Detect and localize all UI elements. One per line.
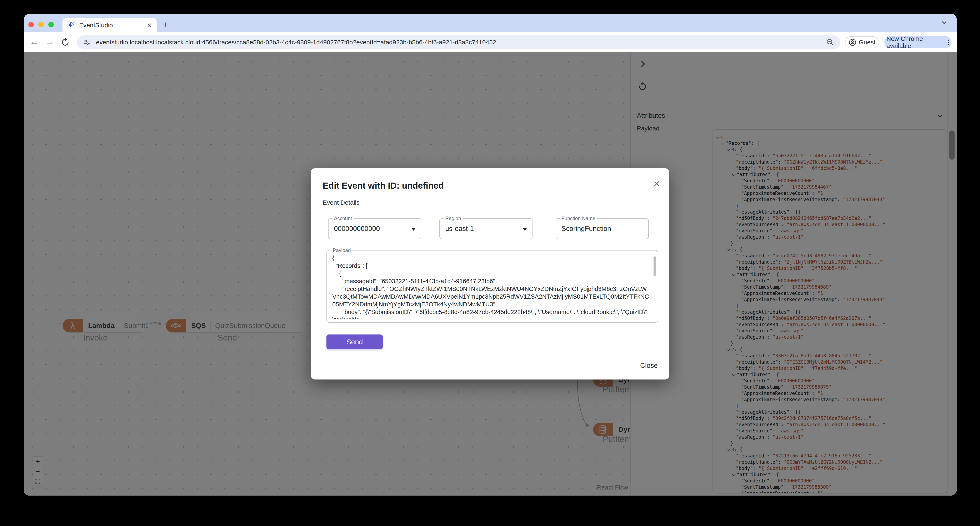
tab-close-icon[interactable]: × xyxy=(147,21,152,29)
modal-subtitle: Event Details xyxy=(323,199,360,206)
dropdown-caret-icon[interactable] xyxy=(411,228,416,231)
tab-eventstudio[interactable]: EventStudio × xyxy=(62,18,157,32)
account-select[interactable]: Account 000000000000 xyxy=(328,218,421,239)
profile-chip[interactable]: Guest xyxy=(845,36,879,48)
profile-label: Guest xyxy=(859,39,875,46)
account-value: 000000000000 xyxy=(334,218,380,239)
window-zoom-button[interactable] xyxy=(48,22,54,27)
tab-title: EventStudio xyxy=(79,22,147,29)
send-button[interactable]: Send xyxy=(326,335,383,349)
dropdown-caret-icon[interactable] xyxy=(522,228,527,231)
chrome-update-label: New Chrome available xyxy=(886,35,945,49)
forward-icon[interactable]: → xyxy=(45,35,54,49)
function-name-input[interactable]: Function Name ScoringFunction xyxy=(556,218,649,239)
function-name-value: ScoringFunction xyxy=(562,218,611,239)
edit-event-modal: Edit Event with ID: undefined × Event De… xyxy=(311,168,670,379)
region-select[interactable]: Region us-east-1 xyxy=(439,218,533,239)
page-content: λ Lambda SubmitQuizFunction Invoke SQS xyxy=(24,52,957,496)
eventstudio-favicon-icon xyxy=(67,21,75,29)
new-tab-button[interactable]: + xyxy=(163,20,169,30)
window-minimize-button[interactable] xyxy=(38,22,44,27)
tab-search-chevron-icon[interactable] xyxy=(940,18,948,27)
url-bar[interactable]: eventstudio.localhost.localstack.cloud:4… xyxy=(77,35,840,49)
reload-icon[interactable] xyxy=(61,38,70,47)
window-close-button[interactable] xyxy=(28,22,34,27)
zoom-out-page-icon[interactable] xyxy=(826,38,835,47)
region-value: us-east-1 xyxy=(445,218,474,239)
payload-text[interactable]: { "Records": [ { "messageId": "65032221-… xyxy=(332,254,649,319)
payload-scrollbar-thumb[interactable] xyxy=(654,256,656,276)
close-button[interactable]: Close xyxy=(640,362,658,370)
back-icon[interactable]: ← xyxy=(30,35,39,49)
modal-close-icon[interactable]: × xyxy=(654,178,660,189)
chrome-update-chip[interactable]: New Chrome available xyxy=(885,36,951,48)
site-settings-icon[interactable] xyxy=(83,38,91,46)
browser-toolbar: ← → eventstudio.localhost.localstack.clo… xyxy=(24,32,957,52)
modal-title: Edit Event with ID: undefined xyxy=(323,181,444,191)
payload-label: Payload xyxy=(331,247,353,253)
browser-window: EventStudio × + ← → eventstudio.localhos… xyxy=(24,14,957,496)
payload-editor[interactable]: Payload { "Records": [ { "messageId": "6… xyxy=(326,250,658,323)
url-text[interactable]: eventstudio.localhost.localstack.cloud:4… xyxy=(96,39,826,46)
tab-strip: EventStudio × + xyxy=(24,14,957,32)
menu-kebab-icon[interactable] xyxy=(948,40,950,45)
guest-avatar-icon xyxy=(849,38,856,46)
